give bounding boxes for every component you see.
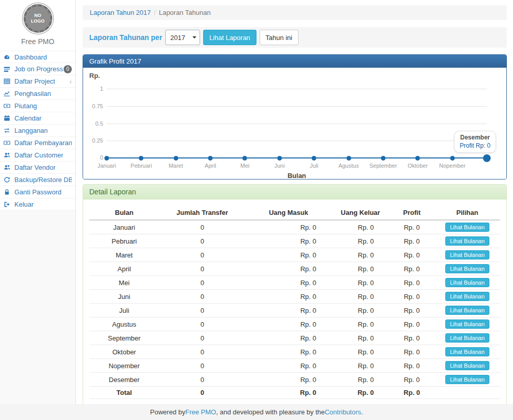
gridline [107, 106, 487, 107]
column-header-profit: Profit [389, 206, 435, 220]
sidebar-item-label: Ganti Password [14, 188, 62, 196]
column-header-uang-masuk: Uang Masuk [245, 206, 331, 220]
cell-jumlah-transfer: 0 [159, 317, 245, 331]
gridline [107, 89, 487, 89]
data-point-april[interactable] [208, 156, 213, 161]
cell-uang-keluar: Rp. 0 [332, 262, 389, 276]
sidebar-item-keluar[interactable]: Keluar [0, 198, 75, 211]
cell-total-label: Total [89, 387, 159, 399]
sidebar-item-daftar-vendor[interactable]: Daftar Vendor [0, 162, 75, 174]
sidebar-item-backup-restore-db[interactable]: Backup/Restore DB [0, 174, 75, 186]
data-point-juni[interactable] [277, 156, 282, 161]
no-logo-placeholder-icon: NO LOGO [24, 4, 52, 33]
table-row: Pebruari 0 Rp. 0 Rp. 0 Rp. 0 Lihat Bulan… [89, 234, 500, 248]
tahun-ini-button[interactable]: Tahun ini [260, 30, 299, 45]
lihat-bulanan-button[interactable]: Lihat Bulanan [445, 236, 489, 246]
sidebar-item-ganti-password[interactable]: Ganti Password [0, 186, 75, 198]
data-point-desember-highlighted[interactable] [483, 154, 491, 162]
data-point-pebruari[interactable] [139, 156, 144, 161]
lihat-bulanan-button[interactable]: Lihat Bulanan [445, 319, 489, 329]
y-tick: 0.5 [89, 121, 103, 127]
footer-text: Powered by [150, 408, 186, 416]
cell-uang-masuk: Rp. 0 [245, 304, 331, 317]
cell-bulan: Nopember [89, 359, 159, 373]
data-point-september[interactable] [381, 156, 385, 161]
lihat-bulanan-button[interactable]: Lihat Bulanan [445, 264, 489, 273]
footer-text: , and developed with pleasure by the [216, 408, 325, 416]
sidebar-item-langganan[interactable]: Langganan [0, 125, 75, 137]
data-point-nopember[interactable] [450, 156, 455, 161]
breadcrumb-link[interactable]: Laporan Tahun 2017 [90, 9, 151, 16]
table-row: April 0 Rp. 0 Rp. 0 Rp. 0 Lihat Bulanan [89, 262, 500, 276]
cell-jumlah-transfer: 0 [159, 276, 245, 290]
footer-link-free-pmo[interactable]: Free PMO [185, 408, 216, 416]
cell-jumlah-transfer: 0 [159, 248, 245, 262]
cell-uang-masuk: Rp. 0 [245, 248, 331, 262]
lihat-laporan-button[interactable]: Lihat Laporan [203, 30, 256, 45]
cell-jumlah-transfer: 0 [159, 359, 245, 373]
lihat-bulanan-button[interactable]: Lihat Bulanan [445, 375, 489, 384]
sidebar-item-daftar-project[interactable]: Daftar Project ‹ [0, 75, 75, 88]
footer-link-contributors[interactable]: Contributors [325, 408, 361, 416]
data-point-maret[interactable] [173, 156, 178, 161]
lihat-bulanan-button[interactable]: Lihat Bulanan [445, 250, 489, 259]
cell-uang-keluar: Rp. 0 [332, 345, 389, 359]
cell-bulan: Mei [89, 276, 159, 290]
lihat-bulanan-button[interactable]: Lihat Bulanan [445, 223, 489, 232]
cell-profit: Rp. 0 [389, 262, 435, 276]
profit-chart: Rp. 1 0.75 0.5 0.25 0 [83, 68, 506, 179]
gridline [107, 124, 487, 124]
y-tick: 0.75 [89, 103, 103, 109]
money-icon [4, 139, 12, 146]
cell-profit: Rp. 0 [389, 220, 435, 234]
x-tick: September [369, 163, 397, 169]
lihat-bulanan-button[interactable]: Lihat Bulanan [445, 361, 489, 370]
sidebar-item-label: Daftar Project [14, 77, 55, 85]
lihat-bulanan-button[interactable]: Lihat Bulanan [445, 306, 489, 315]
plot-area: 1 0.75 0.5 0.25 0 Januari Pebruari [107, 85, 487, 177]
year-filter-bar: Laporan Tahunan per 2017 Lihat Laporan T… [83, 27, 507, 48]
sidebar-item-daftar-customer[interactable]: Daftar Customer [0, 149, 75, 162]
sidebar-item-job-on-progress[interactable]: Job on Progress 0 [0, 63, 75, 75]
sidebar-item-piutang[interactable]: Piutang [0, 100, 75, 112]
data-point-januari[interactable] [105, 156, 109, 161]
cell-uang-masuk: Rp. 0 [245, 373, 331, 387]
year-select[interactable]: 2017 [165, 30, 200, 45]
sidebar-item-penghasilan[interactable]: Penghasilan [0, 88, 75, 100]
y-tick: 0.25 [89, 137, 103, 144]
data-point-mei[interactable] [243, 156, 247, 161]
cell-jumlah-transfer: 0 [159, 345, 245, 359]
sidebar-item-dashboard[interactable]: Dashboard [0, 51, 75, 63]
x-tick: Pebruari [131, 163, 152, 169]
brand-name: Free PMO [0, 37, 75, 46]
y-tick: 0 [89, 154, 103, 161]
table-icon [4, 78, 12, 85]
lihat-bulanan-button[interactable]: Lihat Bulanan [445, 292, 489, 301]
data-point-oktober[interactable] [416, 156, 420, 161]
lihat-bulanan-button[interactable]: Lihat Bulanan [445, 278, 489, 287]
x-tick: April [205, 163, 216, 169]
x-tick: Juli [310, 163, 319, 169]
data-point-agustus[interactable] [346, 156, 351, 161]
x-tick: Januari [97, 163, 116, 169]
lihat-bulanan-button[interactable]: Lihat Bulanan [445, 333, 489, 343]
cell-uang-keluar: Rp. 0 [332, 220, 389, 234]
lihat-bulanan-button[interactable]: Lihat Bulanan [445, 347, 489, 356]
x-tick: Nopember [439, 163, 465, 169]
cell-profit: Rp. 0 [389, 234, 435, 248]
x-axis-title: Bulan [107, 172, 487, 179]
data-point-juli[interactable] [312, 156, 317, 161]
sidebar-item-label: Daftar Pembayaran [14, 139, 72, 147]
tasks-icon [4, 66, 12, 72]
sidebar-item-daftar-pembayaran[interactable]: Daftar Pembayaran [0, 137, 75, 149]
x-tick: Oktober [408, 163, 428, 169]
x-tick: Agustus [339, 163, 359, 169]
cell-jumlah-transfer: 0 [159, 220, 245, 234]
sidebar-item-calendar[interactable]: Calendar [0, 112, 75, 125]
breadcrumb-separator: / [154, 9, 156, 16]
breadcrumb-current: Laporan Tahunan [159, 9, 211, 16]
cell-bulan: Pebruari [89, 234, 159, 248]
cell-profit: Rp. 0 [389, 248, 435, 262]
profit-series-line [107, 157, 487, 158]
users-icon [4, 152, 12, 158]
